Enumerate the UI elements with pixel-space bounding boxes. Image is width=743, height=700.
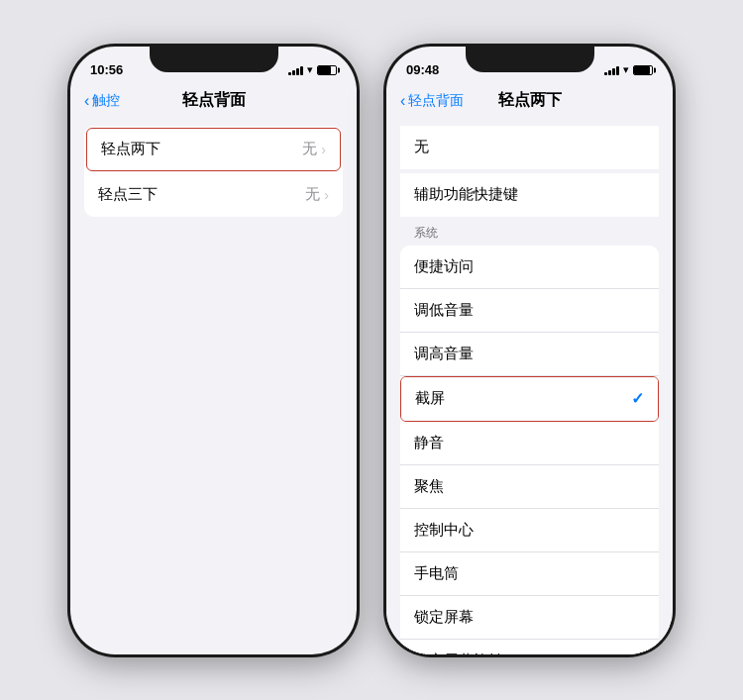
row-label-triple: 轻点三下 — [98, 185, 158, 204]
item-shortcut-group: 辅助功能快捷键 — [400, 173, 659, 217]
phone-right: 09:48 ▾ ‹ 轻点背面 轻点两下 — [383, 44, 676, 657]
back-button-right[interactable]: ‹ 轻点背面 — [400, 92, 464, 110]
item-label-4: 静音 — [414, 434, 444, 452]
row-value-triple: 无 › — [305, 185, 329, 204]
section-header-system: 系统 — [386, 221, 673, 244]
item-label-3: 截屏 — [415, 389, 445, 408]
item-none[interactable]: 无 — [400, 126, 659, 169]
item-3-wrapper: 截屏 ✓ — [400, 376, 659, 422]
item-8[interactable]: 锁定屏幕 — [400, 596, 659, 640]
item-label-6: 控制中心 — [414, 521, 474, 540]
item-label-7: 手电筒 — [414, 564, 459, 583]
item-4[interactable]: 静音 — [400, 422, 659, 465]
item-label-2: 调高音量 — [414, 345, 474, 363]
item-none-label: 无 — [414, 138, 429, 156]
item-6[interactable]: 控制中心 — [400, 509, 659, 552]
item-label-9: 锁定屏幕旋转 — [414, 651, 503, 654]
item-label-8: 锁定屏幕 — [414, 608, 474, 627]
item-none-group: 无 — [400, 126, 659, 169]
phone-left: 10:56 ▾ ‹ 触控 轻点背面 — [67, 44, 360, 657]
status-icons-right: ▾ — [604, 63, 653, 76]
nav-bar-right: ‹ 轻点背面 轻点两下 — [386, 88, 673, 118]
nav-title-left: 轻点背面 — [182, 90, 246, 111]
row-val-text-double: 无 — [302, 140, 317, 158]
time-left: 10:56 — [90, 62, 123, 77]
item-9[interactable]: 锁定屏幕旋转 — [400, 640, 659, 654]
settings-list-left: 轻点两下 无 › 轻点三下 无 › — [84, 126, 343, 217]
back-button-left[interactable]: ‹ 触控 — [84, 92, 120, 110]
battery-icon-left — [317, 65, 337, 75]
notch-left — [150, 47, 278, 72]
chevron-double: › — [321, 142, 326, 157]
item-0[interactable]: 便捷访问 — [400, 246, 659, 289]
wifi-icon-right: ▾ — [623, 63, 629, 76]
item-5[interactable]: 聚焦 — [400, 465, 659, 509]
item-3[interactable]: 截屏 ✓ — [401, 377, 658, 421]
system-items-group: 便捷访问 调低音量 调高音量 截屏 ✓ — [400, 246, 659, 654]
chevron-triple: › — [324, 187, 329, 203]
item-7[interactable]: 手电筒 — [400, 552, 659, 596]
item-label-5: 聚焦 — [414, 477, 444, 496]
screen-left: 轻点两下 无 › 轻点三下 无 › — [70, 118, 357, 654]
item-label-0: 便捷访问 — [414, 257, 474, 276]
signal-icon-left — [288, 65, 303, 75]
row-value-double: 无 › — [302, 140, 326, 158]
checkmark-3: ✓ — [631, 389, 644, 408]
time-right: 09:48 — [406, 62, 439, 77]
item-label-1: 调低音量 — [414, 301, 474, 320]
row-double-tap[interactable]: 轻点两下 无 › — [86, 128, 341, 171]
back-chevron-left: ‹ — [84, 92, 89, 110]
battery-icon-right — [633, 65, 653, 75]
nav-bar-left: ‹ 触控 轻点背面 — [70, 88, 357, 118]
signal-icon-right — [604, 65, 619, 75]
back-label-right: 轻点背面 — [408, 92, 464, 110]
status-icons-left: ▾ — [288, 63, 337, 76]
nav-title-right: 轻点两下 — [498, 90, 562, 111]
item-shortcut[interactable]: 辅助功能快捷键 — [400, 173, 659, 217]
row-val-text-triple: 无 — [305, 185, 320, 204]
screen-right: 无 辅助功能快捷键 系统 便捷访问 调低音量 — [386, 118, 673, 654]
back-chevron-right: ‹ — [400, 92, 405, 110]
row-triple-tap[interactable]: 轻点三下 无 › — [84, 173, 343, 217]
wifi-icon-left: ▾ — [307, 63, 313, 76]
back-label-left: 触控 — [92, 92, 120, 110]
row-label-double: 轻点两下 — [101, 140, 160, 158]
item-1[interactable]: 调低音量 — [400, 289, 659, 333]
item-shortcut-label: 辅助功能快捷键 — [414, 185, 518, 204]
item-2[interactable]: 调高音量 — [400, 333, 659, 376]
notch-right — [466, 47, 594, 72]
